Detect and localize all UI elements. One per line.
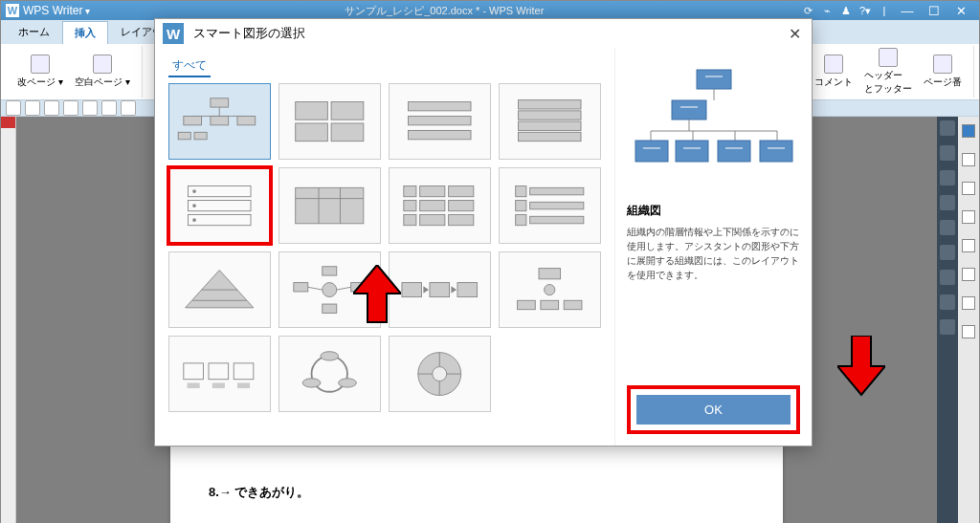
- svg-rect-16: [519, 111, 582, 120]
- svg-rect-62: [541, 300, 559, 309]
- category-all[interactable]: すべて: [168, 55, 211, 77]
- strip-icon-6[interactable]: [962, 268, 975, 281]
- svg-point-77: [433, 367, 447, 381]
- qat-undo-icon[interactable]: [101, 100, 117, 116]
- svg-rect-25: [296, 187, 364, 223]
- qat-save-icon[interactable]: [44, 100, 59, 116]
- thumb-list-2[interactable]: [389, 83, 491, 160]
- strip-icon-3[interactable]: [962, 182, 975, 195]
- qat-new-icon[interactable]: [6, 100, 21, 116]
- svg-rect-6: [178, 132, 190, 139]
- panel-icon-7[interactable]: [940, 270, 955, 285]
- thumb-picture-list[interactable]: [389, 167, 491, 244]
- thumb-list-1[interactable]: [278, 83, 381, 160]
- panel-icon-4[interactable]: [940, 195, 955, 210]
- svg-rect-55: [430, 283, 450, 297]
- panel-icon-6[interactable]: [940, 245, 955, 260]
- thumb-list-3[interactable]: [499, 83, 601, 160]
- dialog-left-panel: すべて: [155, 48, 614, 446]
- pagebreak-label: 改ページ ▾: [17, 76, 63, 89]
- thumb-bullet-list[interactable]: [168, 167, 271, 244]
- thumb-table[interactable]: [278, 167, 381, 244]
- close-button[interactable]: ✕: [947, 1, 974, 20]
- qat-print-icon[interactable]: [63, 100, 78, 116]
- qat-open-icon[interactable]: [25, 100, 40, 116]
- svg-rect-42: [516, 214, 526, 225]
- svg-marker-44: [186, 270, 254, 307]
- dialog-title: スマート図形の選択: [193, 25, 305, 42]
- document-title: サンプル_レシピ_002.docx * - WPS Writer: [90, 4, 798, 18]
- svg-rect-51: [323, 304, 337, 313]
- pagenumber-button[interactable]: ページ番: [918, 53, 968, 91]
- svg-rect-5: [237, 116, 256, 124]
- dialog-close-button[interactable]: ✕: [785, 24, 804, 43]
- svg-rect-81: [672, 100, 706, 120]
- comment-label: コメント: [814, 76, 853, 89]
- preview-title: 組織図: [627, 203, 800, 219]
- svg-rect-14: [409, 130, 472, 139]
- ok-button[interactable]: OK: [636, 395, 791, 425]
- tab-insert[interactable]: 挿入: [62, 21, 108, 44]
- vertical-ruler: [1, 117, 16, 523]
- annotation-arrow-down: [837, 336, 885, 399]
- svg-rect-11: [331, 123, 364, 142]
- svg-point-71: [321, 352, 339, 360]
- svg-point-47: [323, 283, 337, 297]
- strip-icon-5[interactable]: [962, 239, 975, 252]
- help-icon[interactable]: ?▾: [858, 3, 873, 18]
- thumb-caption-pictures[interactable]: [168, 336, 271, 412]
- pagenumber-label: ページ番: [924, 76, 962, 89]
- svg-rect-13: [409, 116, 472, 124]
- comment-button[interactable]: コメント: [809, 53, 858, 91]
- svg-rect-63: [564, 300, 582, 309]
- qat-redo-icon[interactable]: [121, 100, 136, 116]
- user-icon[interactable]: ♟: [838, 3, 854, 18]
- svg-line-53: [337, 287, 351, 290]
- bug-icon[interactable]: ⌁: [819, 3, 835, 18]
- svg-rect-40: [516, 200, 526, 210]
- headerfooter-button[interactable]: ヘッダー とフッター: [858, 46, 918, 98]
- strip-icon-1[interactable]: [962, 124, 975, 138]
- svg-rect-54: [402, 283, 422, 297]
- thumb-hierarchy-2[interactable]: [499, 251, 601, 328]
- divider: |: [877, 3, 892, 18]
- qat-preview-icon[interactable]: [82, 100, 98, 116]
- svg-marker-97: [353, 265, 401, 322]
- thumb-cycle[interactable]: [278, 336, 381, 412]
- svg-rect-30: [420, 185, 445, 196]
- svg-rect-29: [404, 185, 416, 196]
- panel-icon-8[interactable]: [940, 294, 955, 310]
- svg-rect-32: [404, 200, 416, 210]
- svg-rect-23: [189, 214, 252, 225]
- strip-icon-2[interactable]: [962, 153, 975, 166]
- svg-rect-68: [212, 382, 225, 388]
- svg-marker-98: [837, 336, 885, 395]
- svg-rect-59: [539, 269, 560, 279]
- thumb-pyramid[interactable]: [168, 251, 271, 328]
- thumb-process[interactable]: [389, 251, 491, 328]
- maximize-button[interactable]: ☐: [921, 1, 947, 20]
- panel-icon-3[interactable]: [940, 170, 955, 185]
- svg-point-24: [192, 218, 196, 222]
- thumb-matrix[interactable]: [389, 336, 491, 412]
- panel-icon-2[interactable]: [940, 145, 955, 161]
- svg-rect-21: [189, 200, 252, 210]
- panel-icon-9[interactable]: [940, 319, 955, 335]
- thumb-org-chart[interactable]: [168, 83, 271, 160]
- minimize-button[interactable]: —: [894, 1, 921, 20]
- svg-rect-93: [718, 141, 750, 162]
- tab-home[interactable]: ホーム: [6, 20, 62, 44]
- strip-icon-7[interactable]: [962, 296, 975, 310]
- strip-icon-8[interactable]: [962, 325, 975, 338]
- blankpage-button[interactable]: 空白ページ ▾: [69, 53, 136, 91]
- svg-rect-61: [518, 300, 536, 309]
- sync-icon[interactable]: ⟳: [800, 3, 815, 18]
- panel-icon-5[interactable]: [940, 220, 955, 235]
- pagebreak-button[interactable]: 改ページ ▾: [11, 53, 69, 91]
- thumb-picture-rows[interactable]: [499, 167, 601, 244]
- svg-rect-3: [184, 116, 202, 124]
- panel-icon-1[interactable]: [940, 120, 955, 136]
- strip-icon-4[interactable]: [962, 210, 975, 224]
- svg-point-60: [545, 284, 555, 294]
- svg-point-22: [192, 204, 196, 207]
